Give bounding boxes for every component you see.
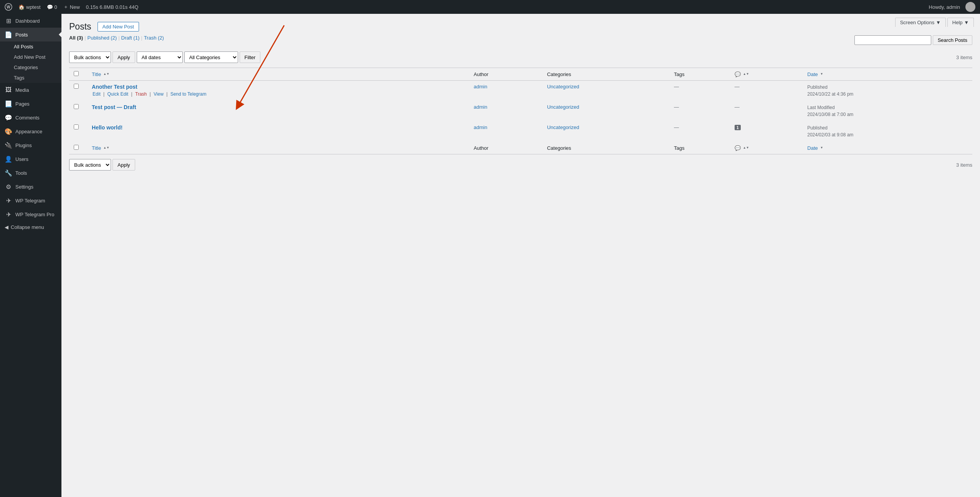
title-sort-link[interactable]: Title ▲▼ [92, 71, 464, 77]
row-checkbox[interactable] [74, 84, 79, 89]
post-title-link[interactable]: Another Test post [92, 84, 137, 90]
sidebar-item-posts[interactable]: 📄 Posts [0, 28, 61, 41]
categories-select[interactable]: All Categories [184, 51, 238, 63]
row-date-cell: Published 2024/02/03 at 9:08 am [803, 121, 972, 142]
apply-button-bottom[interactable]: Apply [113, 159, 135, 171]
row-comments-cell: 1 [730, 121, 803, 142]
author-footer-header: Author [469, 142, 542, 154]
comments-icon: 💬 [5, 114, 12, 121]
search-input[interactable] [854, 35, 931, 45]
comments-badge: 1 [735, 125, 741, 130]
author-link[interactable]: admin [473, 84, 487, 89]
row-checkbox[interactable] [74, 124, 79, 129]
row-checkbox[interactable] [74, 104, 79, 109]
row-author-cell: admin [469, 121, 542, 142]
sidebar-item-label: Posts [15, 32, 28, 38]
category-link[interactable]: Uncategorized [547, 124, 579, 130]
author-link[interactable]: admin [473, 124, 487, 130]
comments-count[interactable]: 💬 0 [47, 4, 57, 10]
row-title-cell: Another Test post Edit | Quick Edit | Tr… [87, 81, 469, 101]
sidebar-item-tools[interactable]: 🔧 Tools [0, 166, 61, 180]
date-sort-arrows: ▼ [820, 73, 823, 76]
date-column-header: Date ▼ [803, 68, 972, 81]
performance-info: 0.15s 6.8MB 0.01s 44Q [86, 4, 139, 10]
tools-icon: 🔧 [5, 169, 12, 177]
new-content[interactable]: ＋ New [63, 3, 80, 10]
apply-button-top[interactable]: Apply [113, 51, 135, 63]
tags-footer-header: Tags [669, 142, 730, 154]
draft-filter[interactable]: Draft (1) [121, 35, 140, 41]
category-link[interactable]: Uncategorized [547, 104, 579, 110]
sidebar-item-users[interactable]: 👤 Users [0, 152, 61, 166]
comments-sort-arrows: ▲▼ [743, 73, 749, 76]
table-header-row: Title ▲▼ Author Categories Tags [69, 68, 972, 81]
search-posts-button[interactable]: Search Posts [933, 35, 972, 45]
select-all-checkbox-footer[interactable] [74, 145, 79, 150]
sidebar-item-label: Users [15, 156, 28, 162]
edit-link[interactable]: Edit [93, 91, 101, 97]
row-checkbox-cell [69, 121, 87, 142]
post-status-filters: All (3) | Published (2) | Draft (1) | [69, 35, 164, 41]
sidebar-item-add-new-post[interactable]: Add New Post [0, 52, 61, 62]
sidebar-item-plugins[interactable]: 🔌 Plugins [0, 138, 61, 152]
sidebar-item-label: Media [15, 87, 29, 93]
wp-telegram-icon: ✈ [5, 197, 12, 204]
admin-sidebar: ⊞ Dashboard 📄 Posts All Posts Add New Po… [0, 14, 61, 497]
sidebar-item-all-posts[interactable]: All Posts [0, 41, 61, 52]
comment-icon: 💬 [47, 4, 53, 10]
sidebar-item-label: Pages [15, 101, 30, 107]
posts-table: Title ▲▼ Author Categories Tags [69, 68, 972, 154]
tags-column-header: Tags [669, 68, 730, 81]
sidebar-item-pages[interactable]: 📃 Pages [0, 97, 61, 111]
sidebar-item-categories[interactable]: Categories [0, 62, 61, 73]
help-button[interactable]: Help ▼ [947, 18, 974, 27]
all-filter[interactable]: All (3) [69, 35, 83, 41]
author-link[interactable]: admin [473, 104, 487, 110]
dashboard-icon: ⊞ [5, 17, 12, 25]
users-icon: 👤 [5, 155, 12, 163]
collapse-label: Collapse menu [11, 224, 44, 230]
table-row: Hello world! admin Uncategorized — [69, 121, 972, 142]
sidebar-item-dashboard[interactable]: ⊞ Dashboard [0, 14, 61, 28]
filter-button[interactable]: Filter [240, 51, 261, 63]
sidebar-item-tags[interactable]: Tags [0, 73, 61, 83]
avatar [965, 2, 975, 12]
post-title-link[interactable]: Hello world! [92, 124, 122, 131]
row-categories-cell: Uncategorized [542, 101, 669, 121]
date-sort-link[interactable]: Date ▼ [807, 71, 968, 77]
collapse-menu-button[interactable]: ◀ Collapse menu [0, 221, 61, 233]
bulk-actions-select-bottom[interactable]: Bulk actions [69, 159, 111, 171]
select-all-checkbox[interactable] [74, 71, 79, 76]
screen-options-button[interactable]: Screen Options ▼ [895, 18, 946, 27]
sidebar-item-wp-telegram-pro[interactable]: ✈ WP Telegram Pro [0, 207, 61, 221]
table-footer-row: Title ▲▼ Author Categories Tags [69, 142, 972, 154]
published-filter[interactable]: Published (2) [88, 35, 117, 41]
comments-sort-arrows-footer: ▲▼ [743, 146, 749, 149]
title-sort-link-footer[interactable]: Title ▲▼ [92, 145, 464, 151]
sidebar-item-appearance[interactable]: 🎨 Appearance [0, 124, 61, 138]
trash-link[interactable]: Trash [135, 91, 147, 97]
sidebar-item-wp-telegram[interactable]: ✈ WP Telegram [0, 194, 61, 207]
row-actions: Edit | Quick Edit | Trash | View | Send … [92, 91, 464, 97]
row-date-cell: Published 2024/10/22 at 4:36 pm [803, 81, 972, 101]
view-link[interactable]: View [154, 91, 164, 97]
trash-filter[interactable]: Trash (2) [144, 35, 164, 41]
dates-select[interactable]: All dates [137, 51, 183, 63]
bulk-actions-select-top[interactable]: Bulk actions [69, 51, 111, 63]
category-link[interactable]: Uncategorized [547, 84, 579, 89]
quick-edit-link[interactable]: Quick Edit [108, 91, 129, 97]
send-to-telegram-link[interactable]: Send to Telegram [171, 91, 207, 97]
sidebar-item-label: Plugins [15, 142, 32, 148]
plugins-icon: 🔌 [5, 141, 12, 149]
categories-footer-header: Categories [542, 142, 669, 154]
sidebar-item-settings[interactable]: ⚙ Settings [0, 180, 61, 194]
sidebar-item-comments[interactable]: 💬 Comments [0, 111, 61, 124]
date-sort-link-footer[interactable]: Date ▼ [807, 145, 968, 151]
add-new-post-button[interactable]: Add New Post [98, 22, 139, 31]
row-author-cell: admin [469, 81, 542, 101]
sidebar-item-media[interactable]: 🖼 Media [0, 83, 61, 97]
post-title-link[interactable]: Test post — Draft [92, 104, 136, 110]
wp-logo[interactable]: W [5, 3, 12, 11]
site-name[interactable]: 🏠 wptest [18, 4, 41, 10]
author-column-header: Author [469, 68, 542, 81]
